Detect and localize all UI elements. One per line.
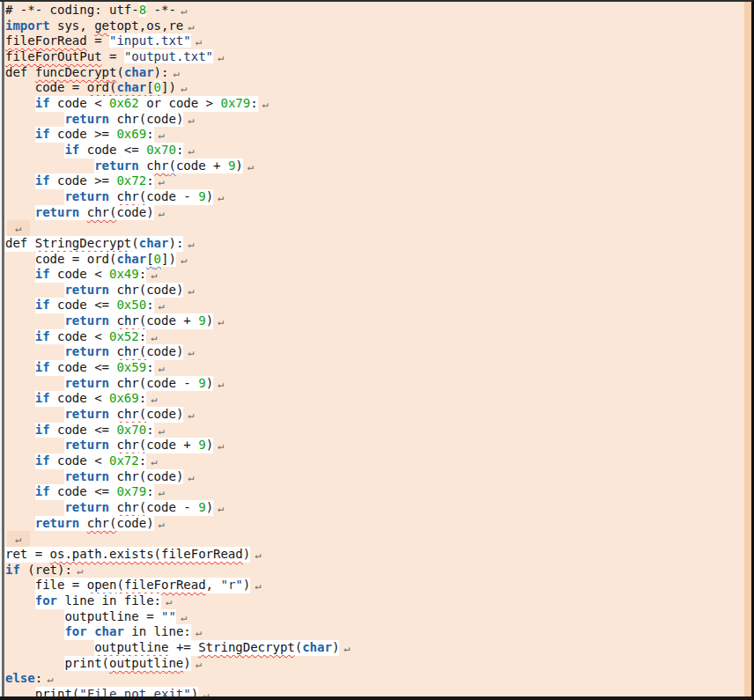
code-token: if [64, 143, 79, 157]
code-run: code = ord(char[0]) [35, 80, 176, 96]
code-line[interactable]: if code <= 0x70:↵ [5, 143, 743, 158]
code-token: 0x59 [116, 360, 146, 374]
code-token: ) [206, 376, 213, 390]
code-line[interactable]: if code < 0x72:↵ [5, 453, 743, 469]
code-run: print(outputline) [64, 656, 190, 672]
line-break-icon: ↵ [218, 502, 224, 514]
line-break-icon: ↵ [188, 144, 194, 157]
code-line[interactable]: if code < 0x52:↵ [5, 329, 743, 345]
indent-whitespace [5, 578, 35, 592]
code-token: code) [116, 205, 153, 219]
code-run: if code <= 0x79: [35, 484, 154, 500]
code-line[interactable]: return chr(code)↵ [5, 344, 743, 360]
code-line[interactable]: if code < 0x49:↵ [5, 267, 743, 283]
code-token: def [5, 65, 35, 79]
code-line[interactable]: return chr(code)↵ [5, 283, 743, 298]
code-token: code <= [50, 360, 117, 374]
code-token: return [64, 500, 109, 514]
code-line[interactable]: ↵ [5, 531, 743, 547]
code-token: chr [146, 158, 168, 173]
code-line[interactable]: if code < 0x62 or code > 0x79:↵ [5, 96, 743, 112]
code-token: if [35, 96, 50, 110]
code-line[interactable]: if code >= 0x69:↵ [5, 127, 743, 143]
code-text-area[interactable]: # -*- coding: utf-8 -*-↵import sys, geto… [5, 2, 743, 696]
code-run: if code < 0x72: [35, 453, 146, 469]
code-token: ord( [87, 252, 117, 266]
code-line[interactable]: return chr(code - 9)↵ [5, 189, 743, 205]
code-token: return [64, 469, 109, 483]
code-line[interactable]: return chr(code - 9)↵ [5, 500, 743, 516]
code-line[interactable]: return chr(code + 9)↵ [5, 438, 743, 453]
code-line[interactable]: print("File not exit")↵ [5, 687, 743, 696]
code-line[interactable]: if code <= 0x50:↵ [5, 298, 743, 313]
code-token: char [139, 236, 169, 250]
code-token: 0x79 [220, 96, 250, 110]
line-break-icon: ↵ [255, 549, 261, 561]
indent-whitespace [5, 516, 35, 530]
code-line[interactable]: return chr(code)↵ [5, 469, 743, 485]
code-token: return [64, 313, 109, 328]
code-token: : [139, 391, 146, 405]
code-token: ) [183, 656, 190, 670]
code-line[interactable]: if code >= 0x72:↵ [5, 173, 743, 189]
code-run: return chr(code + 9) [94, 158, 243, 174]
indent-whitespace [5, 391, 35, 405]
code-line[interactable]: if (ret):↵ [5, 563, 743, 578]
code-line[interactable]: return chr(code)↵ [5, 112, 743, 128]
code-token: chr( [87, 205, 117, 219]
code-token: 9 [198, 376, 205, 390]
code-line[interactable]: else:↵ [5, 671, 743, 687]
code-token: ) [206, 313, 213, 328]
code-line[interactable]: # -*- coding: utf-8 -*-↵ [5, 3, 743, 18]
line-break-icon: ↵ [151, 393, 157, 405]
code-token: os.path.exists(fileForRead [50, 547, 243, 561]
code-token: 9 [198, 438, 205, 452]
code-token: code < [50, 453, 109, 468]
code-line[interactable]: if code < 0x69:↵ [5, 391, 743, 407]
code-token: code <= [50, 298, 117, 312]
vertical-scrollbar[interactable] [744, 2, 751, 696]
code-token: ret = [5, 547, 50, 561]
code-token: ) [206, 500, 213, 514]
code-token: ( [139, 313, 146, 328]
indent-whitespace [5, 80, 35, 94]
indent-whitespace [5, 453, 35, 468]
line-break-icon: ↵ [181, 611, 187, 623]
code-line[interactable]: return chr(code - 9)↵ [5, 376, 743, 392]
code-line[interactable]: ret = os.path.exists(fileForRead)↵ [5, 547, 743, 563]
code-token: outputline [64, 609, 138, 623]
code-line[interactable]: fileForRead = "input.txt"↵ [5, 33, 743, 49]
code-line[interactable]: if code <= 0x59:↵ [5, 360, 743, 376]
code-line[interactable]: for line in file:↵ [5, 593, 743, 609]
code-token: return [64, 112, 109, 126]
code-token: code = [35, 252, 87, 266]
code-line[interactable]: print(outputline)↵ [5, 656, 743, 672]
code-line[interactable]: return chr(code + 9)↵ [5, 158, 743, 174]
code-token: code < [50, 391, 109, 405]
code-token: ( [139, 438, 146, 452]
line-break-icon: ↵ [159, 299, 165, 312]
code-run: fileForRead = "input.txt" [5, 33, 191, 49]
code-line[interactable]: for char in line:↵ [5, 624, 743, 640]
code-token: funcDecrypt [35, 65, 117, 79]
code-line[interactable]: def funcDecrypt(char):↵ [5, 65, 743, 81]
code-token: 0 [154, 252, 161, 266]
code-line[interactable]: file = open(fileForRead, "r")↵ [5, 578, 743, 593]
code-line[interactable]: fileForOutPut = "output.txt"↵ [5, 49, 743, 65]
code-line[interactable]: if code <= 0x70:↵ [5, 423, 743, 438]
code-run: return chr(code - 9) [64, 376, 213, 392]
code-line[interactable]: ↵ [5, 220, 743, 236]
code-line[interactable]: return chr(code)↵ [5, 407, 743, 423]
code-line[interactable]: outputline += StringDecrypt(char)↵ [5, 640, 743, 656]
code-line[interactable]: code = ord(char[0])↵ [5, 252, 743, 268]
code-line[interactable]: code = ord(char[0])↵ [5, 80, 743, 96]
code-line[interactable]: return chr(code)↵ [5, 205, 743, 221]
code-line[interactable]: if code <= 0x79:↵ [5, 484, 743, 500]
code-line[interactable]: def StringDecrypt(char):↵ [5, 236, 743, 252]
code-line[interactable]: import sys, getopt,os,re↵ [5, 18, 743, 34]
code-line[interactable]: return chr(code + 9)↵ [5, 313, 743, 329]
code-line[interactable]: return chr(code)↵ [5, 516, 743, 532]
code-run: return chr(code) [35, 516, 154, 532]
code-token: ord( [87, 80, 117, 94]
code-line[interactable]: outputline = ""↵ [5, 609, 743, 625]
